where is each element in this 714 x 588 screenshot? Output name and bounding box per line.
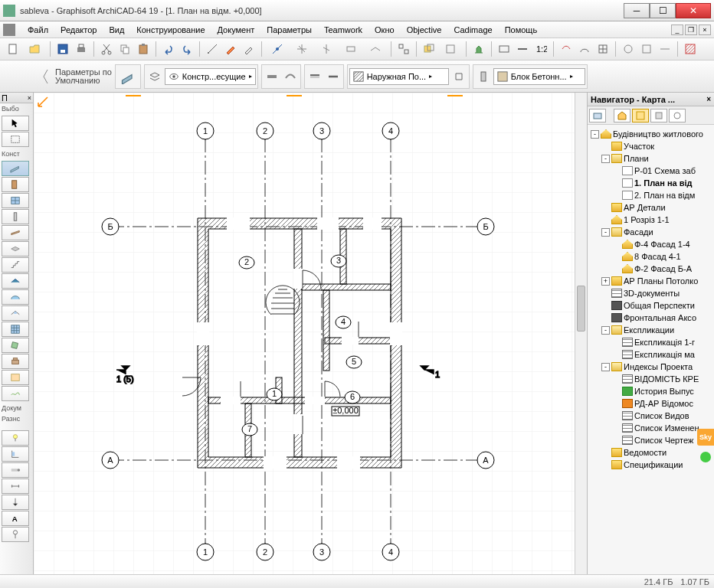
morph-tool[interactable]: [2, 338, 29, 353]
tree-item[interactable]: Експликація 1-г: [589, 336, 712, 348]
drawing-canvas[interactable]: 1 2 3 4 1 2 3 4 Б Б А А: [34, 93, 587, 588]
view-options-1[interactable]: [496, 41, 513, 57]
ref-line-2[interactable]: [325, 68, 342, 85]
tree-item[interactable]: Ведомости: [589, 446, 712, 459]
menu-параметры[interactable]: Параметры: [260, 23, 318, 37]
system-menu-icon[interactable]: [3, 24, 15, 36]
palette-close-icon[interactable]: ×: [28, 94, 33, 102]
extra-1[interactable]: [620, 41, 637, 57]
skylight-tool[interactable]: [2, 305, 29, 321]
suspend-groups-button[interactable]: [395, 41, 412, 57]
save-button[interactable]: [54, 41, 71, 57]
tree-item[interactable]: ВІДОМІСТЬ КРЕ: [589, 373, 712, 385]
origin-marker[interactable]: [37, 96, 49, 108]
nav-tab-layout[interactable]: [632, 109, 649, 122]
nav-tab-project[interactable]: [589, 109, 606, 122]
door-tool[interactable]: [2, 177, 29, 192]
snap-surface-button[interactable]: [364, 41, 387, 57]
tree-item[interactable]: 3D-документы: [589, 287, 712, 299]
undo-button[interactable]: [160, 41, 177, 57]
wall-tool[interactable]: [2, 161, 29, 176]
tree-item[interactable]: -Будівництво житлового: [589, 128, 712, 140]
extra-2[interactable]: [638, 41, 655, 57]
zone-tool[interactable]: [2, 370, 29, 385]
tree-item[interactable]: Список Чертеж: [589, 434, 712, 446]
curtain-button[interactable]: [594, 41, 611, 57]
tree-item[interactable]: РД-АР Відомос: [589, 397, 712, 410]
layer-dropdown[interactable]: Констр...есущие ▸: [165, 68, 256, 85]
tree-toggle[interactable]: -: [601, 155, 610, 163]
menu-помощь[interactable]: Помощь: [499, 23, 544, 37]
snap-element-button[interactable]: [339, 41, 362, 57]
mdi-close-button[interactable]: ×: [699, 24, 711, 35]
navigator-close-icon[interactable]: ×: [706, 95, 711, 103]
print-button[interactable]: [73, 41, 90, 57]
eyedropper-button[interactable]: [241, 41, 257, 57]
measure-button[interactable]: [204, 41, 221, 57]
tree-item[interactable]: Список Изменен: [589, 422, 712, 434]
open-button[interactable]: [23, 41, 46, 57]
snap-grid-button[interactable]: [290, 41, 313, 57]
text-tool[interactable]: A: [2, 511, 29, 526]
wall-end-tool[interactable]: [2, 462, 29, 478]
mdi-minimize-button[interactable]: _: [671, 24, 683, 35]
ref-line-1[interactable]: [306, 68, 323, 85]
tree-item[interactable]: История Выпус: [589, 385, 712, 397]
composite-flip[interactable]: [450, 68, 467, 85]
stair-tool[interactable]: [2, 257, 29, 273]
collapse-arrow-icon[interactable]: [41, 65, 51, 88]
nav-tab-sets[interactable]: [669, 109, 686, 122]
profile-button[interactable]: [475, 68, 492, 85]
menu-cadimage[interactable]: Cadimage: [447, 23, 498, 37]
tree-item[interactable]: АР Детали: [589, 201, 712, 214]
wall-settings-button[interactable]: [117, 67, 139, 87]
geometry-straight[interactable]: [264, 68, 280, 85]
trace-button[interactable]: [421, 41, 437, 57]
menu-teamwork[interactable]: Teamwork: [318, 23, 368, 37]
tree-item[interactable]: 1 Розріз 1-1: [589, 214, 712, 226]
tree-item[interactable]: Р-01 Схема заб: [589, 165, 712, 177]
mdi-restore-button[interactable]: ❐: [685, 24, 697, 35]
menu-objective[interactable]: Objective: [401, 23, 448, 37]
shell-button[interactable]: [576, 41, 593, 57]
navigator-tree[interactable]: -Будівництво житловогоУчасток-ПланиР-01 …: [588, 125, 714, 576]
level-dim-tool[interactable]: [2, 495, 29, 510]
extra-3[interactable]: [657, 41, 673, 57]
menu-документ[interactable]: Документ: [211, 23, 261, 37]
tree-item[interactable]: Список Видов: [589, 410, 712, 422]
curtainwall-tool[interactable]: [2, 322, 29, 337]
menu-окно[interactable]: Окно: [368, 23, 401, 37]
tree-item[interactable]: 8 Фасад 4-1: [589, 250, 712, 263]
tree-toggle[interactable]: -: [601, 228, 610, 237]
copy-button[interactable]: [116, 41, 133, 57]
object-tool[interactable]: [2, 354, 29, 369]
new-button[interactable]: [5, 41, 21, 57]
tree-item[interactable]: -Плани: [589, 152, 712, 165]
lamp-tool[interactable]: [2, 430, 29, 446]
minimize-button[interactable]: ─: [624, 3, 650, 18]
beam-tool[interactable]: [2, 225, 29, 240]
tree-toggle[interactable]: +: [601, 277, 610, 286]
paste-button[interactable]: [135, 41, 152, 57]
tree-toggle[interactable]: -: [601, 363, 610, 371]
marker-button[interactable]: [222, 41, 239, 57]
redo-button[interactable]: [178, 41, 195, 57]
tree-item[interactable]: Експликація ма: [589, 348, 712, 361]
tree-item[interactable]: +АР Планы Потолко: [589, 275, 712, 287]
snap-guide-button[interactable]: [315, 41, 338, 57]
dimension-tool[interactable]: [2, 479, 29, 494]
morph-button[interactable]: [558, 41, 575, 57]
skype-badge[interactable]: Sky: [697, 429, 714, 446]
tree-item[interactable]: Фронтальная Аксо: [589, 312, 712, 324]
menu-файл[interactable]: Файл: [21, 23, 54, 37]
tree-toggle[interactable]: -: [601, 326, 610, 335]
corner-window-tool[interactable]: [2, 446, 29, 462]
hatch-toggle[interactable]: [682, 41, 699, 57]
menu-вид[interactable]: Вид: [103, 23, 130, 37]
tree-item[interactable]: -Фасади: [589, 226, 712, 238]
tree-item[interactable]: -Индексы Проекта: [589, 361, 712, 373]
view-options-2[interactable]: [514, 41, 531, 57]
tree-item[interactable]: Участок: [589, 140, 712, 152]
menu-редактор[interactable]: Редактор: [54, 23, 103, 37]
layer-icon[interactable]: [146, 68, 163, 85]
